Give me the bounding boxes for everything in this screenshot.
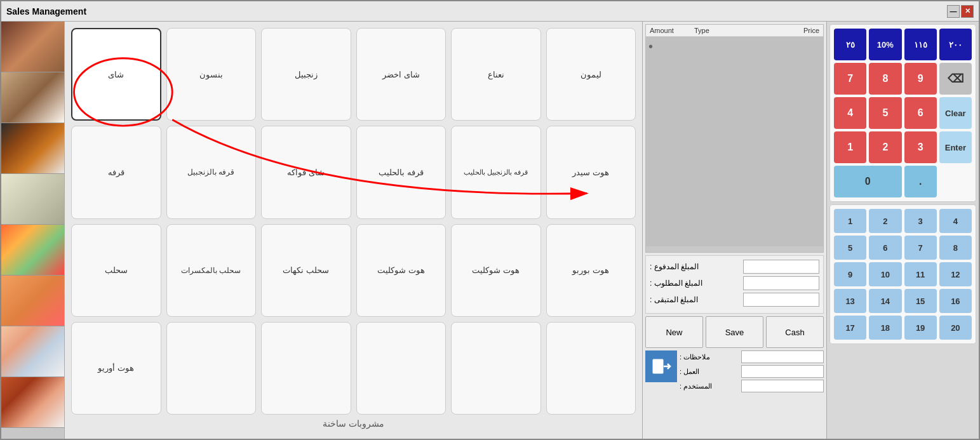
- np2-btn-17[interactable]: 17: [834, 316, 866, 340]
- np2-btn-20[interactable]: 20: [939, 316, 972, 340]
- sidebar-img-snacks[interactable]: [1, 276, 65, 326]
- col-type: Type: [694, 27, 775, 34]
- product-btn-tea[interactable]: شاى: [71, 28, 161, 121]
- numpad-secondary: 1 2 3 4 5 6 7 8 9 10 11 12 13 14 15 16 1: [829, 204, 976, 344]
- numpad-3[interactable]: 3: [904, 131, 937, 163]
- np2-btn-3[interactable]: 3: [904, 209, 937, 233]
- svg-rect-2: [652, 359, 664, 374]
- np2-btn-19[interactable]: 19: [904, 316, 937, 340]
- sidebar-img-ice-cream[interactable]: [1, 326, 65, 377]
- product-btn-hot-choc2[interactable]: هوت شوكليت: [451, 224, 541, 317]
- sidebar-img-dessert[interactable]: [1, 377, 65, 428]
- sidebar: [1, 22, 65, 439]
- product-grid: شاى بنسون زنجبيل شاى اخضر نعناع ليمون قر…: [71, 28, 636, 415]
- np2-btn-10[interactable]: 10: [869, 262, 901, 286]
- product-btn-hot-borbo[interactable]: هوت بوربو: [546, 224, 636, 317]
- numpad-5[interactable]: 5: [869, 97, 901, 129]
- product-btn-sahlab-flavors[interactable]: سحلب نكهات: [261, 224, 351, 317]
- required-input[interactable]: [743, 276, 819, 290]
- new-button[interactable]: New: [645, 316, 703, 348]
- notes-area: ملاحظات : العمل : المستخدم :: [680, 350, 824, 394]
- np2-btn-15[interactable]: 15: [904, 289, 937, 313]
- numpad-dot[interactable]: .: [904, 166, 937, 197]
- np2-btn-1[interactable]: 1: [834, 209, 866, 233]
- product-btn-lemon[interactable]: ليمون: [546, 28, 636, 121]
- numpad-25[interactable]: ٢٥: [834, 29, 866, 60]
- np2-btn-7[interactable]: 7: [904, 236, 937, 260]
- required-row: المبلغ المطلوب :: [650, 276, 819, 290]
- np2-btn-8[interactable]: 8: [939, 236, 972, 260]
- numpad-9[interactable]: 9: [904, 63, 937, 95]
- product-btn-cream-milk[interactable]: قرفه بالحليب: [356, 126, 446, 218]
- product-btn-cinnamon[interactable]: بنسون: [166, 28, 257, 121]
- numpad2-grid: 1 2 3 4 5 6 7 8 9 10 11 12 13 14 15 16 1: [834, 209, 972, 340]
- minimize-button[interactable]: —: [947, 5, 960, 18]
- product-btn-sahlab[interactable]: سحلب: [71, 224, 161, 317]
- product-btn-mint[interactable]: نعناع: [451, 28, 541, 121]
- numpad-6[interactable]: 6: [904, 97, 937, 129]
- np2-btn-14[interactable]: 14: [869, 289, 901, 313]
- numpad-clear[interactable]: Clear: [939, 97, 972, 129]
- product-empty1: [166, 322, 257, 415]
- col-price: Price: [775, 27, 819, 34]
- exit-button[interactable]: [645, 350, 677, 382]
- np2-btn-13[interactable]: 13: [834, 289, 866, 313]
- close-button[interactable]: ✕: [961, 5, 974, 18]
- product-btn-cream[interactable]: قرفه: [71, 126, 161, 218]
- np2-btn-2[interactable]: 2: [869, 209, 901, 233]
- save-button[interactable]: Save: [706, 316, 763, 348]
- numpad-7[interactable]: 7: [834, 63, 866, 95]
- numpad-10pct[interactable]: 10%: [869, 29, 901, 60]
- user-input[interactable]: [741, 380, 824, 392]
- remaining-input[interactable]: [743, 293, 819, 307]
- numpad-main: ٢٥ 10% ١١٥ ٢٠٠ 7 8 9 ⌫ 4 5 6 Clear 1 2: [829, 24, 976, 202]
- np2-btn-6[interactable]: 6: [869, 236, 901, 260]
- sidebar-img-bottles[interactable]: [1, 174, 65, 225]
- numpad-0[interactable]: 0: [834, 166, 902, 197]
- numpad-grid: 7 8 9 ⌫ 4 5 6 Clear 1 2 3 Enter 0 .: [834, 63, 972, 197]
- notes-row: ملاحظات :: [680, 350, 824, 363]
- main-window: Sales Management — ✕ شاى بنسون زنجبيل شا: [0, 0, 980, 440]
- np2-btn-9[interactable]: 9: [834, 262, 866, 286]
- product-btn-cream-ginger-milk[interactable]: قرفه بالزنجبيل بالحليب: [451, 126, 541, 218]
- numpad-enter[interactable]: Enter: [939, 131, 972, 163]
- np2-btn-11[interactable]: 11: [904, 262, 937, 286]
- np2-btn-16[interactable]: 16: [939, 289, 972, 313]
- numpad-2[interactable]: 2: [869, 131, 901, 163]
- notes-input[interactable]: [741, 350, 824, 363]
- numpad-1[interactable]: 1: [834, 131, 866, 163]
- action-buttons: New Save Cash: [645, 316, 824, 348]
- category-label: مشروبات ساخنة: [71, 415, 636, 432]
- product-btn-hot-oreo[interactable]: هوت أوريو: [71, 322, 161, 415]
- np2-btn-4[interactable]: 4: [939, 209, 972, 233]
- paid-input[interactable]: [743, 260, 819, 274]
- product-btn-green-tea[interactable]: شاى اخضر: [356, 28, 446, 121]
- numpad-backspace[interactable]: ⌫: [939, 63, 972, 95]
- bottom-area: ملاحظات : العمل : المستخدم :: [645, 350, 824, 394]
- product-btn-ginger-cream[interactable]: قرفه بالزنجبيل: [166, 126, 257, 218]
- product-btn-hot-cider[interactable]: هوت سيدر: [546, 126, 636, 218]
- product-btn-hot-choc[interactable]: هوت شوكليت: [356, 224, 446, 317]
- sidebar-img-latte[interactable]: [1, 72, 65, 123]
- numpad-115[interactable]: ١١٥: [904, 29, 937, 60]
- numpad-8[interactable]: 8: [869, 63, 901, 95]
- np2-btn-12[interactable]: 12: [939, 262, 972, 286]
- product-btn-sahlab-nuts[interactable]: سحلب بالمكسرات: [166, 224, 257, 317]
- numpad-4[interactable]: 4: [834, 97, 866, 129]
- product-btn-fruit-tea[interactable]: شاى فواكه: [261, 126, 351, 218]
- window-controls: — ✕: [947, 5, 974, 18]
- center-panel: شاى بنسون زنجبيل شاى اخضر نعناع ليمون قر…: [65, 22, 642, 439]
- user-row: المستخدم :: [680, 380, 824, 392]
- worker-input[interactable]: [741, 365, 824, 378]
- title-bar: Sales Management — ✕: [1, 1, 979, 22]
- paid-label: المبلغ المدفوع :: [650, 262, 699, 271]
- numpad-200[interactable]: ٢٠٠: [939, 29, 972, 60]
- sidebar-img-coffee-hot[interactable]: [1, 22, 65, 72]
- product-btn-ginger[interactable]: زنجبيل: [261, 28, 351, 121]
- sidebar-img-cold-drinks[interactable]: [1, 123, 65, 174]
- np2-btn-5[interactable]: 5: [834, 236, 866, 260]
- cash-button[interactable]: Cash: [766, 316, 824, 348]
- product-empty4: [451, 322, 541, 415]
- np2-btn-18[interactable]: 18: [869, 316, 901, 340]
- sidebar-img-juices[interactable]: [1, 225, 65, 276]
